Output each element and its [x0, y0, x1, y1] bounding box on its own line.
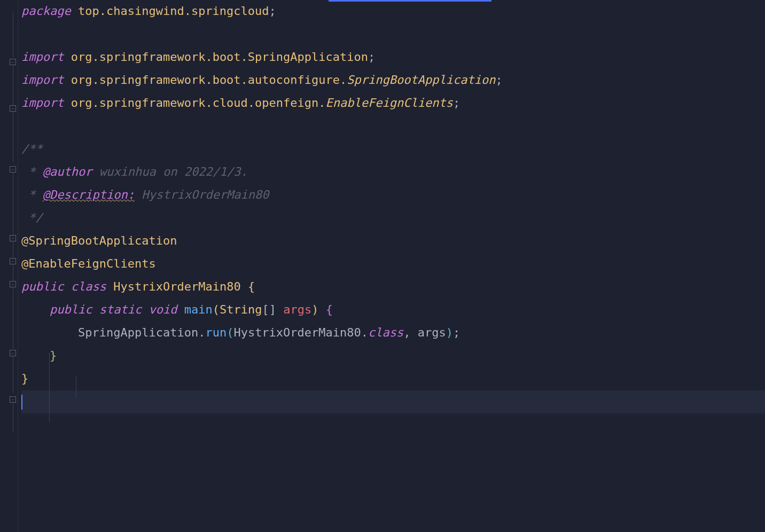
- import-path: org.springframework.boot.autoconfigure.: [64, 69, 347, 92]
- paren-open: (: [227, 322, 233, 345]
- indent-guide: [49, 353, 50, 422]
- code-line-caret[interactable]: [21, 390, 765, 413]
- import-path: org.springframework.boot.SpringApplicati…: [64, 46, 368, 69]
- class-ref: SpringApplication: [78, 322, 198, 345]
- fold-line: [13, 12, 13, 57]
- indent: [21, 299, 50, 322]
- fold-line: [13, 356, 13, 393]
- code-line[interactable]: package top.chasingwind.springcloud;: [21, 0, 765, 23]
- indent: [21, 345, 50, 367]
- import-class: EnableFeignClients: [326, 92, 453, 115]
- javadoc-tag-description: @Description:: [43, 184, 135, 207]
- brace-close: }: [21, 367, 28, 390]
- fold-line: [13, 287, 13, 349]
- fold-line: [13, 403, 13, 432]
- paren-close: ): [446, 322, 453, 345]
- javadoc-tag-author: @author: [43, 161, 92, 184]
- brace-open: {: [248, 276, 255, 299]
- fold-marker-icon[interactable]: [10, 59, 16, 65]
- javadoc-close: */: [21, 207, 43, 230]
- fold-line: [13, 112, 13, 162]
- code-line[interactable]: /**: [21, 138, 765, 161]
- code-line-blank[interactable]: [21, 23, 765, 46]
- code-line[interactable]: @EnableFeignClients: [21, 253, 765, 276]
- dot: .: [361, 322, 368, 345]
- semicolon: ;: [453, 322, 460, 345]
- code-line[interactable]: @SpringBootApplication: [21, 230, 765, 253]
- semicolon: ;: [368, 46, 375, 69]
- fold-line: [13, 264, 13, 282]
- javadoc-star: *: [21, 161, 43, 184]
- javadoc-text: wuxinhua on 2022/1/3.: [92, 161, 247, 184]
- code-line[interactable]: */: [21, 207, 765, 230]
- code-content[interactable]: package top.chasingwind.springcloud; imp…: [18, 0, 765, 532]
- fold-marker-icon[interactable]: [10, 281, 16, 287]
- code-editor[interactable]: package top.chasingwind.springcloud; imp…: [0, 0, 765, 532]
- annotation-springboot: @SpringBootApplication: [21, 230, 177, 253]
- keyword-class: class: [64, 276, 106, 299]
- fold-line: [13, 173, 13, 237]
- keyword-import: import: [21, 92, 64, 115]
- space: [318, 299, 325, 322]
- indent: [21, 322, 78, 345]
- code-line[interactable]: public static void main(String[] args) {: [21, 299, 765, 322]
- code-line[interactable]: * @author wuxinhua on 2022/1/3.: [21, 161, 765, 184]
- code-line[interactable]: import org.springframework.boot.SpringAp…: [21, 46, 765, 69]
- fold-marker-icon[interactable]: [10, 235, 16, 241]
- param-name: args: [283, 299, 311, 322]
- code-line[interactable]: SpringApplication.run(HystrixOrderMain80…: [21, 322, 765, 345]
- dot: .: [198, 322, 205, 345]
- arg-args: , args: [403, 322, 446, 345]
- fold-line: [13, 241, 13, 259]
- text-caret: [21, 395, 22, 410]
- param-type: String: [220, 299, 262, 322]
- paren-open: (: [213, 299, 220, 322]
- editor-gutter[interactable]: [0, 0, 18, 532]
- import-path: org.springframework.cloud.openfeign.: [64, 92, 325, 115]
- semicolon: ;: [453, 92, 460, 115]
- keyword-import: import: [21, 69, 64, 92]
- code-line[interactable]: }: [21, 367, 765, 390]
- brace-close: }: [50, 345, 57, 367]
- semicolon: ;: [495, 69, 502, 92]
- keyword-package: package: [21, 0, 71, 23]
- fold-line: [13, 65, 13, 106]
- fold-marker-icon[interactable]: [10, 396, 16, 403]
- package-path: top.chasingwind.springcloud: [71, 0, 269, 23]
- fold-marker-icon[interactable]: [10, 105, 16, 112]
- import-class: SpringBootApplication: [347, 69, 495, 92]
- javadoc-text: HystrixOrderMain80: [135, 184, 269, 207]
- keyword-void: void: [142, 299, 177, 322]
- method-main: main: [177, 299, 212, 322]
- semicolon: ;: [269, 0, 276, 23]
- code-line[interactable]: * @Description: HystrixOrderMain80: [21, 184, 765, 207]
- code-line[interactable]: import org.springframework.boot.autoconf…: [21, 69, 765, 92]
- indent-guide: [76, 375, 76, 398]
- paren-close: ): [311, 299, 318, 322]
- keyword-static: static: [92, 299, 142, 322]
- class-name: HystrixOrderMain80: [106, 276, 248, 299]
- keyword-import: import: [21, 46, 64, 69]
- code-line[interactable]: public class HystrixOrderMain80 {: [21, 276, 765, 299]
- keyword-class-literal: class: [368, 322, 403, 345]
- arg-class: HystrixOrderMain80: [233, 322, 361, 345]
- annotation-feign: @EnableFeignClients: [21, 253, 156, 276]
- fold-marker-icon[interactable]: [10, 350, 16, 356]
- code-line[interactable]: import org.springframework.cloud.openfei…: [21, 92, 765, 115]
- keyword-public: public: [50, 299, 92, 322]
- javadoc-open: /**: [21, 138, 43, 161]
- fold-marker-icon[interactable]: [10, 258, 16, 264]
- array-brackets: []: [262, 299, 283, 322]
- method-run: run: [205, 322, 227, 345]
- keyword-public: public: [21, 276, 64, 299]
- code-line-blank[interactable]: [21, 115, 765, 138]
- javadoc-star: *: [21, 184, 43, 207]
- brace-open: {: [326, 299, 333, 322]
- fold-marker-icon[interactable]: [10, 166, 16, 173]
- code-line[interactable]: }: [21, 345, 765, 367]
